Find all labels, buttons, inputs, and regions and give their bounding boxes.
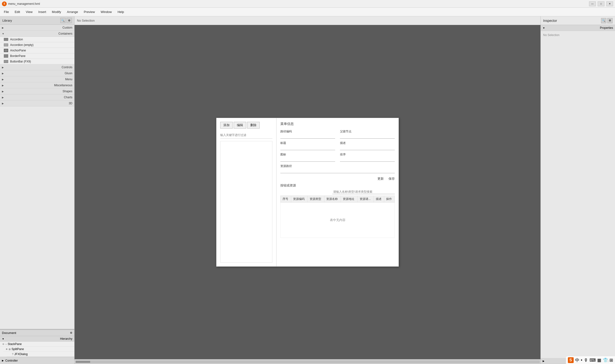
taskbar-keyboard-icon[interactable]: ⌨ bbox=[589, 358, 596, 363]
lib-item-accordion-empty[interactable]: Accordion (empty) bbox=[0, 42, 74, 48]
jfxdialog-icon: ? bbox=[12, 353, 13, 356]
menu-modify[interactable]: Modify bbox=[49, 9, 64, 15]
close-button[interactable]: ✕ bbox=[606, 1, 613, 6]
titlebar-controls: — □ ✕ bbox=[589, 1, 613, 6]
library-search-button[interactable]: 🔍 bbox=[60, 18, 66, 23]
description-input[interactable] bbox=[340, 146, 395, 150]
col-resource-code[interactable]: 资源编码 bbox=[291, 195, 308, 202]
icon-field: 图标 bbox=[280, 153, 335, 162]
section-menu[interactable]: ▶ Menu bbox=[0, 76, 74, 82]
app-icon: S bbox=[2, 1, 7, 6]
buttonbar-label: ButtonBar (FX9) bbox=[10, 60, 31, 63]
hierarchy-header[interactable]: ▼ Hierarchy bbox=[0, 336, 74, 342]
lib-item-buttonbar[interactable]: ButtonBar (FX9) bbox=[0, 59, 74, 65]
section-containers[interactable]: ▼ Containers bbox=[0, 31, 74, 37]
inspector-topbar: Inspector 🔍 ⚙ bbox=[541, 16, 615, 25]
section-custom[interactable]: ▶ Custom bbox=[0, 25, 74, 31]
resource-path-input[interactable] bbox=[280, 169, 395, 173]
path-code-field: 路径编码 bbox=[280, 130, 335, 139]
parent-node-input[interactable] bbox=[340, 134, 395, 139]
canvas-area[interactable]: 添加 编辑 删除 菜单信息 bbox=[75, 25, 540, 359]
stackpane-icon: ○ bbox=[5, 343, 7, 346]
library-section: ▶ Custom ▼ Containers Accordion Accordio… bbox=[0, 25, 74, 329]
save-button[interactable]: 保存 bbox=[388, 177, 395, 181]
icon-input[interactable] bbox=[280, 157, 335, 162]
hierarchy-item-jfxdialog[interactable]: ? JFXDialog bbox=[7, 352, 74, 357]
menu-view[interactable]: View bbox=[23, 9, 35, 15]
col-resource-addr[interactable]: 资源地址 bbox=[341, 195, 358, 202]
col-resource-type[interactable]: 资源类型 bbox=[308, 195, 324, 202]
menu-window[interactable]: Window bbox=[98, 9, 115, 15]
col-ops[interactable]: 操作 bbox=[384, 195, 395, 202]
lib-item-accordion[interactable]: Accordion bbox=[0, 37, 74, 42]
shapes-arrow: ▶ bbox=[2, 90, 4, 93]
taskbar-chinese-icon[interactable]: 中 bbox=[575, 357, 579, 363]
col-seq[interactable]: 序号 bbox=[281, 195, 291, 202]
scrollbar-thumb[interactable] bbox=[76, 361, 90, 363]
center-scrollbar[interactable] bbox=[75, 359, 540, 364]
update-button[interactable]: 更新 bbox=[377, 177, 384, 181]
description-label: 描述 bbox=[340, 141, 395, 145]
col-desc[interactable]: 描述 bbox=[374, 195, 384, 202]
parent-node-label: 父级节点 bbox=[340, 130, 395, 134]
fxml-tree-area[interactable] bbox=[220, 141, 272, 263]
properties-header[interactable]: ▼ Properties bbox=[541, 25, 615, 31]
lib-item-anchorpane[interactable]: AnchorPane bbox=[0, 48, 74, 53]
menu-preview[interactable]: Preview bbox=[81, 9, 98, 15]
taskbar-grid-icon[interactable]: ▦ bbox=[597, 358, 601, 363]
delete-button[interactable]: 删除 bbox=[247, 122, 260, 129]
section-controls[interactable]: ▶ Controls bbox=[0, 65, 74, 70]
path-code-label: 路径编码 bbox=[280, 130, 335, 134]
document-gear-button[interactable]: ⚙ bbox=[70, 331, 72, 335]
taskbar-s-icon[interactable]: S bbox=[568, 357, 574, 363]
hierarchy-label: Hierarchy bbox=[5, 337, 72, 340]
charts-label: Charts bbox=[5, 96, 72, 99]
add-button[interactable]: 添加 bbox=[220, 122, 233, 129]
resource-search-input[interactable] bbox=[332, 190, 395, 194]
menu-arrange[interactable]: Arrange bbox=[64, 9, 81, 15]
section-gluon[interactable]: ▶ Gluon bbox=[0, 70, 74, 76]
path-code-input[interactable] bbox=[280, 134, 335, 139]
hierarchy-item-stackpane[interactable]: ⊖ ○ StackPane bbox=[0, 342, 74, 347]
menu-insert[interactable]: Insert bbox=[35, 9, 49, 15]
taskbar-apps-icon[interactable]: ⊞ bbox=[609, 358, 613, 363]
sort-input[interactable] bbox=[340, 157, 395, 162]
minimize-button[interactable]: — bbox=[589, 1, 596, 6]
taskbar-shirt-icon[interactable]: 👕 bbox=[603, 358, 608, 363]
title-input[interactable] bbox=[280, 146, 335, 150]
fxml-content: 添加 编辑 删除 菜单信息 bbox=[216, 118, 399, 266]
taskbar-mic-icon[interactable]: 🎙 bbox=[584, 358, 588, 363]
hierarchy-item-splitpane[interactable]: ⊕ ⊞ SplitPane bbox=[3, 347, 74, 352]
menu-edit[interactable]: Edit bbox=[12, 9, 23, 15]
menu-help[interactable]: Help bbox=[115, 9, 127, 15]
section-3d[interactable]: ▶ 3D bbox=[0, 100, 74, 106]
scrollbar-track[interactable] bbox=[76, 361, 539, 363]
lib-item-borderpane[interactable]: BorderPane bbox=[0, 53, 74, 59]
inspector-search-button[interactable]: 🔍 bbox=[601, 18, 606, 23]
section-charts[interactable]: ▶ Charts bbox=[0, 94, 74, 100]
document-section: Document ⚙ ▼ Hierarchy ⊖ ○ StackPane ⊕ ⊞… bbox=[0, 330, 74, 357]
menu-file[interactable]: File bbox=[1, 9, 12, 15]
menu-label: Menu bbox=[5, 78, 72, 81]
fxml-form-actions: 更新 保存 bbox=[280, 177, 395, 181]
custom-arrow: ▶ bbox=[2, 26, 4, 29]
maximize-button[interactable]: □ bbox=[598, 1, 604, 6]
section-shapes[interactable]: ▶ Shapes bbox=[0, 88, 74, 94]
col-resource-name[interactable]: 资源名称 bbox=[324, 195, 341, 202]
inspector-no-selection: No Selection bbox=[541, 31, 615, 39]
taskbar-dot-icon[interactable]: • bbox=[581, 358, 582, 363]
inspector-gear-button[interactable]: ⚙ bbox=[607, 18, 613, 23]
controller-bar[interactable]: ▶ Controller bbox=[0, 357, 74, 364]
filter-input[interactable] bbox=[220, 132, 272, 139]
edit-button[interactable]: 编辑 bbox=[234, 122, 246, 129]
right-panel: Inspector 🔍 ⚙ ▼ Properties No Selection … bbox=[540, 16, 615, 364]
library-title: Library bbox=[2, 19, 12, 22]
library-gear-button[interactable]: ⚙ bbox=[67, 18, 72, 23]
sort-label: 排序 bbox=[340, 153, 395, 157]
inspector-no-selection-text: No Selection bbox=[543, 33, 560, 37]
accordion-label: Accordion bbox=[10, 38, 23, 41]
splitpane-expand-icon[interactable]: ⊕ bbox=[5, 348, 8, 351]
stackpane-expand-icon[interactable]: ⊖ bbox=[2, 343, 5, 346]
col-resource-req[interactable]: 资源请... bbox=[358, 195, 374, 202]
section-miscellaneous[interactable]: ▶ Miscellaneous bbox=[0, 82, 74, 88]
